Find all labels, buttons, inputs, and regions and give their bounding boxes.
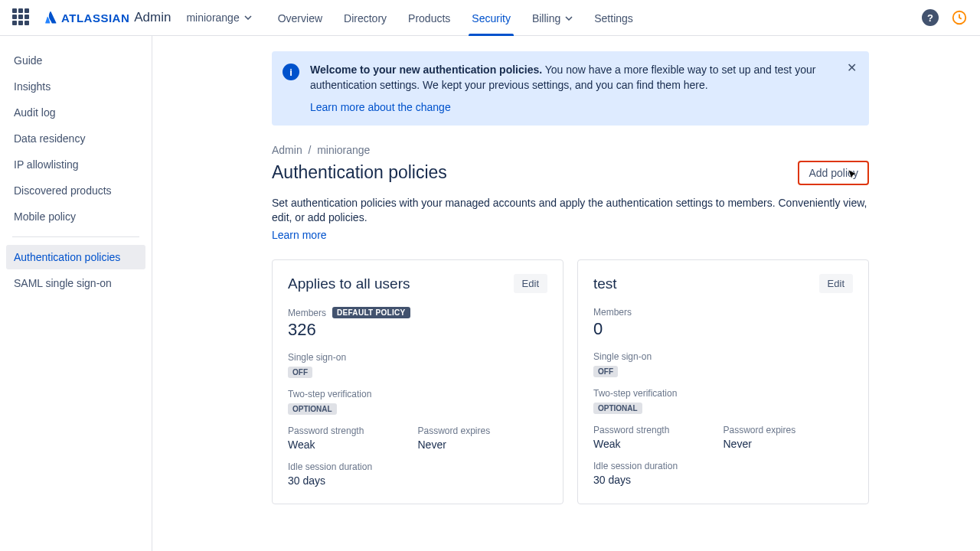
sidebar-item-insights[interactable]: Insights — [6, 74, 145, 99]
tab-products[interactable]: Products — [397, 0, 461, 36]
edit-button[interactable]: Edit — [514, 274, 547, 293]
sidebar-item-mobile-policy[interactable]: Mobile policy — [6, 204, 145, 229]
top-nav: Overview Directory Products Security Bil… — [267, 0, 644, 35]
edit-button[interactable]: Edit — [819, 274, 853, 293]
app-name: Admin — [134, 10, 171, 25]
chevron-down-icon — [565, 16, 573, 21]
sidebar-divider — [12, 236, 139, 237]
sso-value: OFF — [288, 367, 312, 378]
banner-title: Welcome to your new authentication polic… — [310, 64, 542, 76]
apps-switcher-icon[interactable] — [12, 8, 31, 27]
twostep-label: Two-step verification — [288, 389, 547, 399]
banner-learn-more-link[interactable]: Learn more about the change — [310, 99, 451, 115]
info-banner: i Welcome to your new authentication pol… — [272, 51, 869, 126]
card-title: Applies to all users — [288, 276, 410, 292]
pwd-expires-value: Never — [418, 439, 548, 451]
sidebar-item-discovered-products[interactable]: Discovered products — [6, 178, 145, 203]
sso-value: OFF — [593, 366, 618, 377]
sidebar-item-data-residency[interactable]: Data residency — [6, 126, 145, 151]
twostep-label: Two-step verification — [593, 388, 853, 399]
pwd-strength-label: Password strength — [288, 425, 418, 436]
tab-security[interactable]: Security — [461, 0, 521, 36]
members-label: Members — [288, 308, 326, 318]
info-icon: i — [283, 64, 299, 80]
pwd-strength-value: Weak — [593, 438, 724, 450]
tab-billing[interactable]: Billing — [521, 0, 583, 36]
add-policy-button[interactable]: Add policy — [798, 161, 869, 185]
pwd-expires-label: Password expires — [724, 425, 854, 435]
sidebar-item-auth-policies[interactable]: Authentication policies — [6, 245, 145, 269]
idle-value: 30 days — [288, 474, 547, 487]
sso-label: Single sign-on — [288, 352, 547, 363]
pwd-strength-value: Weak — [288, 439, 418, 451]
pwd-expires-label: Password expires — [418, 425, 548, 436]
sidebar: Guide Insights Audit log Data residency … — [0, 36, 152, 551]
tab-settings[interactable]: Settings — [583, 0, 644, 36]
pwd-expires-value: Never — [724, 438, 854, 450]
session-timer-icon[interactable] — [951, 9, 968, 26]
atlassian-icon — [43, 10, 58, 25]
twostep-value: OPTIONAL — [593, 403, 642, 414]
sidebar-item-guide[interactable]: Guide — [6, 48, 145, 73]
idle-label: Idle session duration — [593, 461, 853, 471]
sso-label: Single sign-on — [593, 351, 853, 362]
sidebar-item-saml-sso[interactable]: SAML single sign-on — [6, 271, 145, 295]
policy-card: Applies to all users Edit Members DEFAUL… — [272, 259, 564, 504]
brand-logo[interactable]: ATLASSIAN Admin — [43, 10, 171, 25]
tab-directory[interactable]: Directory — [333, 0, 397, 36]
chevron-down-icon — [244, 15, 252, 20]
page-description: Set authentication policies with your ma… — [272, 196, 869, 226]
policy-card: test Edit Members 0 Single sign-on OFF T… — [577, 259, 869, 504]
idle-label: Idle session duration — [288, 461, 547, 472]
card-title: test — [593, 276, 617, 292]
pwd-strength-label: Password strength — [593, 425, 724, 435]
page-title: Authentication policies — [272, 162, 447, 183]
breadcrumb-root[interactable]: Admin — [272, 144, 302, 156]
tab-overview[interactable]: Overview — [267, 0, 333, 36]
default-badge: DEFAULT POLICY — [332, 307, 410, 318]
sidebar-item-audit-log[interactable]: Audit log — [6, 100, 145, 125]
learn-more-link[interactable]: Learn more — [272, 229, 327, 241]
breadcrumb: Admin / miniorange — [272, 144, 869, 156]
close-icon[interactable]: ✕ — [842, 59, 861, 77]
sidebar-item-ip-allowlisting[interactable]: IP allowlisting — [6, 152, 145, 177]
help-icon[interactable]: ? — [922, 9, 939, 26]
org-selector[interactable]: miniorange — [186, 11, 251, 24]
idle-value: 30 days — [593, 474, 853, 486]
breadcrumb-leaf: miniorange — [317, 144, 370, 156]
members-count: 0 — [593, 319, 853, 339]
members-label: Members — [593, 307, 632, 318]
cursor-icon — [848, 169, 857, 180]
members-count: 326 — [288, 320, 547, 340]
twostep-value: OPTIONAL — [288, 403, 337, 415]
brand-name: ATLASSIAN — [61, 11, 129, 24]
